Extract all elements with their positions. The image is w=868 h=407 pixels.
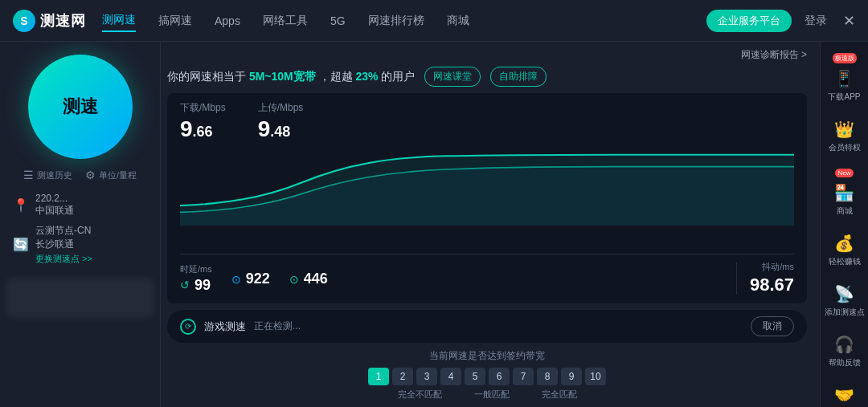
add-node-label: 添加测速点: [825, 307, 865, 317]
bw-num-6[interactable]: 6: [489, 368, 510, 385]
bw-num-9[interactable]: 9: [561, 368, 582, 385]
speed-percent: 23%: [356, 70, 379, 83]
chart-labels: 下载/Mbps 9.66 上传/Mbps 9.48: [180, 101, 794, 142]
nav-item-gaowansu[interactable]: 搞网速: [158, 10, 192, 31]
shop-sidebar-icon: 🏪: [833, 181, 856, 204]
bandwidth-labels: 完全不匹配 一般匹配 完全匹配: [167, 389, 807, 401]
bw-num-1[interactable]: 1: [368, 368, 389, 385]
bw-num-10[interactable]: 10: [585, 368, 606, 385]
right-sidebar: 极速版 📱 下载APP 👑 会员特权 New 🏪 商城 💰 轻松赚钱 📡 添加测…: [820, 42, 868, 407]
latency-stat: 时延/ms ↺ 99: [180, 263, 212, 294]
history-control[interactable]: ☰ 测速历史: [23, 169, 72, 181]
game-speed-bar: ⟳ 游戏测速 正在检测... 取消: [167, 310, 807, 343]
enterprise-button[interactable]: 企业服务平台: [706, 10, 792, 32]
location-ip: 220.2...: [35, 193, 74, 204]
bw-num-5[interactable]: 5: [465, 368, 485, 385]
bw-num-2[interactable]: 2: [392, 368, 413, 385]
download-app-icon: 📱: [833, 67, 856, 90]
speed-class-button[interactable]: 网速课堂: [424, 67, 481, 87]
logo-icon: S: [13, 10, 35, 32]
close-button[interactable]: ✕: [843, 12, 855, 30]
download-int: 9: [180, 116, 193, 141]
node-name: 云测节点-CN: [35, 224, 92, 238]
node-isp: 长沙联通: [35, 238, 92, 251]
unit-label: 单位/量程: [99, 169, 137, 181]
upload-value: 9.48: [258, 116, 304, 142]
change-node-link[interactable]: 更换测速点 >>: [35, 253, 92, 265]
bw-num-3[interactable]: 3: [416, 368, 437, 385]
speed-range: 5M~10M宽带: [249, 70, 316, 83]
blurred-content: [6, 278, 154, 318]
sidebar-item-earn[interactable]: 💰 轻松赚钱: [821, 227, 868, 271]
speed-text-after: ，超越: [319, 70, 353, 83]
speedometer[interactable]: 测速: [28, 55, 133, 159]
main-content: 测速 ☰ 测速历史 ⚙ 单位/量程 📍 220.2... 中国联通 🔄: [0, 42, 868, 407]
speed-info-text: 你的网速相当于 5M~10M宽带 ，超越 23% 的用户: [167, 70, 415, 84]
latency-value-row: ↺ 99: [180, 277, 212, 294]
diag-link[interactable]: 网速诊断报告 >: [167, 48, 807, 62]
chart-svg-area: [180, 145, 794, 247]
nav-item-apps[interactable]: Apps: [215, 11, 240, 31]
nav-item-5g[interactable]: 5G: [330, 11, 346, 31]
self-help-button[interactable]: 自助排障: [490, 67, 547, 87]
bottom-stats: 时延/ms ↺ 99 ⊙ 922: [180, 254, 794, 295]
sidebar-item-help[interactable]: 🎧 帮助反馈: [821, 328, 868, 372]
download-stat-row: ⊙ 922: [231, 271, 270, 287]
stat-divider: [736, 263, 737, 295]
speedometer-label: 测速: [63, 95, 98, 119]
logo[interactable]: S 测速网: [13, 10, 86, 32]
shop-sidebar-label: 商城: [837, 206, 853, 216]
location-row: 📍 220.2... 中国联通: [13, 193, 147, 218]
node-icon: 🔄: [13, 237, 29, 252]
bw-label-full: 完全匹配: [542, 389, 577, 401]
vip-label: 会员特权: [829, 143, 861, 153]
sidebar-item-vip[interactable]: 👑 会员特权: [821, 113, 868, 157]
nav-item-cewansu[interactable]: 测网速: [102, 10, 136, 32]
nav-item-network-tools[interactable]: 网络工具: [263, 10, 308, 31]
bandwidth-title: 当前网速是否达到签约带宽: [167, 349, 807, 363]
download-stat: ⊙ 922: [231, 269, 270, 287]
bw-label-partial: 一般匹配: [474, 389, 510, 401]
help-label: 帮助反馈: [829, 358, 861, 368]
game-speed-status: 正在检测...: [254, 319, 743, 333]
upload-stat-value: 446: [304, 271, 328, 287]
jitter-value: 98.67: [750, 275, 794, 295]
latency-icon: ↺: [180, 279, 190, 291]
bw-num-8[interactable]: 8: [537, 368, 558, 385]
history-icon: ☰: [23, 169, 34, 181]
sidebar-item-add-node[interactable]: 📡 添加测速点: [821, 278, 868, 322]
nav-right: 企业服务平台 登录 ✕: [706, 10, 855, 32]
bw-num-7[interactable]: 7: [513, 368, 534, 385]
left-panel: 测速 ☰ 测速历史 ⚙ 单位/量程 📍 220.2... 中国联通 🔄: [0, 42, 161, 407]
download-label: 下载/Mbps: [180, 101, 226, 115]
chart-container: 下载/Mbps 9.66 上传/Mbps 9.48: [167, 93, 807, 303]
login-button[interactable]: 登录: [805, 14, 827, 28]
location-isp: 中国联通: [35, 204, 74, 218]
history-label: 测速历史: [37, 169, 72, 181]
location-icon: 📍: [13, 197, 29, 213]
upload-stat-row: ⊙ 446: [289, 271, 328, 287]
help-icon: 🎧: [833, 333, 856, 356]
speed-text-before: 你的网速相当于: [167, 70, 246, 83]
sidebar-item-business[interactable]: 🤝 商务合作: [821, 379, 868, 407]
unit-control[interactable]: ⚙ 单位/量程: [85, 169, 137, 181]
upload-int: 9: [258, 116, 271, 141]
sidebar-item-shop[interactable]: New 🏪 商城: [821, 164, 868, 221]
speed-chart: [180, 145, 794, 226]
bandwidth-match: 当前网速是否达到签约带宽 1 2 3 4 5 6 7 8 9 10 完全不匹配 …: [167, 349, 807, 401]
upload-label: 上传/Mbps: [258, 101, 304, 115]
nav-item-ranking[interactable]: 网速排行榜: [368, 10, 424, 31]
latency-value: 99: [194, 277, 211, 294]
top-navigation: S 测速网 测网速 搞网速 Apps 网络工具 5G 网速排行榜 商城 企业服务…: [0, 0, 868, 42]
bandwidth-numbers: 1 2 3 4 5 6 7 8 9 10: [167, 368, 807, 385]
bw-num-4[interactable]: 4: [440, 368, 461, 385]
upload-stat-icon: ⊙: [289, 273, 299, 286]
download-value: 9.66: [180, 116, 226, 142]
nav-items: 测网速 搞网速 Apps 网络工具 5G 网速排行榜 商城: [102, 10, 706, 32]
upload-group: 上传/Mbps 9.48: [258, 101, 304, 142]
sidebar-item-download-app[interactable]: 极速版 📱 下载APP: [821, 48, 868, 107]
upload-dec: .48: [270, 124, 290, 140]
cancel-game-speed-button[interactable]: 取消: [751, 316, 794, 336]
add-node-icon: 📡: [833, 283, 856, 305]
nav-item-shop[interactable]: 商城: [447, 10, 469, 31]
